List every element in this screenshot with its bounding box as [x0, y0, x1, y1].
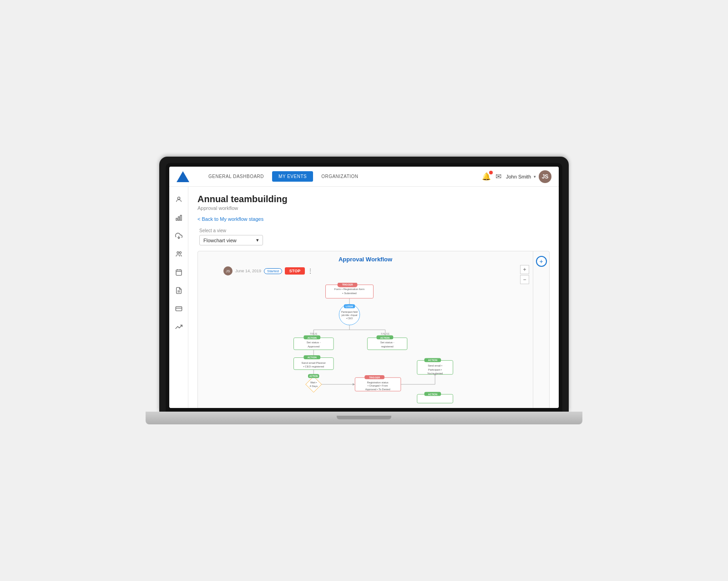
workflow-user-avatar: JS [223, 266, 233, 275]
svg-text:Send email Planner: Send email Planner [302, 361, 326, 364]
svg-text:ACTION: ACTION [428, 393, 437, 396]
view-selector: Select a view Flowchart view ▾ [197, 228, 550, 245]
svg-rect-1 [176, 218, 177, 220]
top-navigation: GENERAL DASHBOARD MY EVENTS ORGANIZATION… [169, 167, 559, 187]
svg-rect-6 [176, 270, 182, 275]
svg-text:• Changed • From: • Changed • From [368, 384, 388, 387]
nav-item-organization[interactable]: ORGANIZATION [315, 171, 364, 182]
svg-text:LOGIK: LOGIK [346, 305, 354, 308]
flowchart-svg: TRIGGER Form • Registration form • Submi… [205, 283, 526, 408]
laptop-notch [337, 416, 391, 419]
sidebar-icon-import[interactable] [172, 229, 186, 243]
svg-text:Wait •: Wait • [310, 381, 317, 384]
user-info[interactable]: John Smith ▾ JS [506, 170, 551, 183]
svg-point-5 [179, 252, 181, 254]
page-title: Annual teambuilding [197, 194, 550, 204]
workflow-header-bar: JS June 14, 2019 Started STOP ⋮ [205, 266, 526, 275]
workflow-more-button[interactable]: ⋮ [308, 268, 313, 274]
sidebar-icon-analytics[interactable] [172, 210, 186, 225]
sidebar-icon-reports[interactable] [172, 320, 186, 334]
svg-text:ACTION: ACTION [308, 356, 317, 359]
svg-text:TRIGGER: TRIGGER [369, 376, 380, 379]
user-avatar: JS [539, 170, 551, 183]
svg-text:Registration status: Registration status [367, 381, 389, 384]
main-layout: Annual teambuilding Approval workflow < … [169, 187, 559, 408]
svg-point-4 [177, 252, 179, 254]
zoom-controls: + − [520, 265, 529, 284]
svg-text:ACTION: ACTION [380, 336, 389, 339]
user-dropdown-chevron: ▾ [534, 174, 536, 179]
notification-badge [489, 171, 493, 174]
view-dropdown[interactable]: Flowchart view ▾ [199, 235, 263, 245]
svg-text:ACTION: ACTION [308, 336, 317, 339]
nav-items: GENERAL DASHBOARD MY EVENTS ORGANIZATION [202, 171, 482, 182]
view-selector-label: Select a view [199, 228, 548, 233]
svg-text:• CEO: • CEO [346, 317, 353, 320]
svg-text:Participant field: Participant field [341, 311, 358, 313]
svg-text:Participant •: Participant • [428, 368, 442, 371]
svg-text:ACTION: ACTION [309, 375, 318, 377]
svg-rect-12 [176, 306, 182, 311]
sidebar-icon-forms[interactable] [172, 283, 186, 298]
workflow-canvas-left: Approval Workflow JS June 14, 2019 Start… [198, 251, 533, 408]
mail-icon[interactable]: ✉ [495, 172, 501, 181]
svg-text:registered: registered [381, 345, 394, 348]
nav-item-general-dashboard[interactable]: GENERAL DASHBOARD [202, 171, 270, 182]
sidebar [169, 187, 188, 408]
zoom-out-button[interactable]: − [520, 275, 529, 284]
svg-text:Set status -: Set status - [307, 341, 321, 344]
laptop-wrapper: GENERAL DASHBOARD MY EVENTS ORGANIZATION… [159, 157, 569, 424]
svg-text:TRUE: TRUE [310, 332, 318, 335]
view-dropdown-chevron: ▾ [256, 237, 259, 243]
svg-text:ACTION: ACTION [428, 359, 437, 362]
sidebar-icon-payments[interactable] [172, 301, 186, 316]
laptop-screen: GENERAL DASHBOARD MY EVENTS ORGANIZATION… [169, 167, 559, 408]
sidebar-icon-people[interactable] [172, 247, 186, 261]
svg-text:4 Days: 4 Days [309, 385, 318, 387]
workflow-date: June 14, 2019 [235, 269, 261, 273]
zoom-in-button[interactable]: + [520, 265, 529, 274]
workflow-canvas-wrapper: Approval Workflow JS June 14, 2019 Start… [197, 251, 550, 408]
page-subtitle: Approval workflow [197, 205, 550, 211]
svg-point-0 [177, 197, 180, 199]
workflow-title: Approval Workflow [205, 256, 526, 263]
workflow-canvas-inner: Approval Workflow JS June 14, 2019 Start… [198, 251, 549, 408]
content-area: Annual teambuilding Approval workflow < … [188, 187, 559, 408]
back-link[interactable]: < Back to My workflow stages [197, 216, 263, 222]
svg-marker-49 [306, 377, 322, 392]
laptop-base [146, 412, 582, 424]
svg-text:Send email •: Send email • [428, 364, 442, 367]
svg-text:FALSE: FALSE [381, 332, 389, 335]
svg-text:job title • Equal: job title • Equal [341, 314, 358, 316]
sidebar-icon-contacts[interactable] [172, 192, 186, 207]
svg-text:• CEO registered: • CEO registered [303, 365, 324, 368]
svg-rect-2 [178, 217, 179, 220]
laptop-screen-bezel: GENERAL DASHBOARD MY EVENTS ORGANIZATION… [166, 163, 562, 412]
logo-icon [177, 171, 189, 182]
svg-text:Approved • To Denied: Approved • To Denied [365, 388, 390, 391]
svg-marker-55 [353, 383, 355, 386]
svg-text:Form • Registration form: Form • Registration form [334, 287, 364, 290]
svg-rect-3 [180, 215, 182, 220]
nav-item-my-events[interactable]: MY EVENTS [272, 171, 313, 182]
laptop-screen-outer: GENERAL DASHBOARD MY EVENTS ORGANIZATION… [159, 157, 569, 412]
workflow-stop-button[interactable]: STOP [285, 267, 305, 275]
logo [177, 171, 193, 182]
add-workflow-button[interactable]: + [536, 256, 547, 267]
nav-right: 🔔 ✉ John Smith ▾ JS [482, 170, 551, 183]
svg-text:• Submitted: • Submitted [342, 291, 356, 295]
notification-icon[interactable]: 🔔 [482, 172, 491, 181]
workflow-right-panel: + [533, 251, 549, 408]
view-dropdown-selected: Flowchart view [203, 238, 237, 243]
svg-text:Set status -: Set status - [380, 341, 394, 344]
workflow-status-badge: Started [264, 268, 282, 274]
svg-text:TRIGGER: TRIGGER [342, 283, 353, 286]
svg-text:Approved: Approved [308, 345, 319, 348]
sidebar-icon-calendar[interactable] [172, 265, 186, 280]
user-name: John Smith [506, 174, 531, 179]
